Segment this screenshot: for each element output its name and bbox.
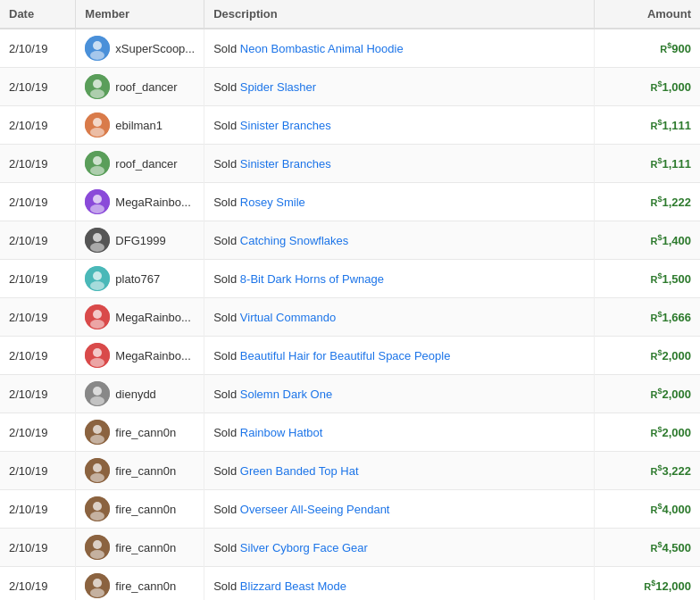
- svg-point-32: [90, 435, 104, 444]
- header-date: Date: [0, 0, 76, 29]
- amount-value: R$1,222: [650, 196, 691, 209]
- avatar: [85, 74, 110, 99]
- cell-amount: R$4,000: [594, 490, 700, 529]
- avatar: [85, 36, 110, 61]
- svg-point-31: [93, 425, 102, 434]
- sold-label: Sold: [213, 80, 240, 94]
- amount-value: R$4,000: [650, 503, 691, 516]
- item-link[interactable]: Rosey Smile: [240, 196, 305, 209]
- svg-point-37: [93, 502, 102, 511]
- cell-description: Sold Neon Bombastic Animal Hoodie: [204, 29, 595, 68]
- avatar: [85, 112, 110, 138]
- item-link[interactable]: Blizzard Beast Mode: [240, 579, 346, 593]
- table-row: 2/10/19 fire_cann0nSold Rainbow HatbotR$…: [0, 413, 700, 452]
- svg-point-35: [90, 473, 104, 482]
- table-row: 2/10/19 xSuperScoop...Sold Neon Bombasti…: [0, 29, 700, 68]
- table-row: 2/10/19 fire_cann0nSold Overseer All-See…: [0, 490, 700, 529]
- cell-description: Sold Sinister Branches: [204, 106, 595, 145]
- svg-point-20: [90, 281, 104, 290]
- sold-label: Sold: [213, 541, 240, 554]
- item-link[interactable]: Silver Cyborg Face Gear: [240, 541, 368, 554]
- cell-amount: R$1,500: [594, 260, 700, 298]
- avatar: [85, 573, 110, 598]
- sold-label: Sold: [213, 119, 240, 132]
- amount-value: R$1,400: [650, 234, 691, 247]
- cell-member: fire_cann0n: [76, 490, 204, 529]
- cell-amount: R$1,111: [594, 106, 700, 145]
- svg-point-19: [93, 271, 102, 280]
- cell-description: Sold Solemn Dark One: [204, 375, 595, 413]
- cell-description: Sold Virtual Commando: [204, 298, 595, 337]
- table-row: 2/10/19 fire_cann0nSold Green Banded Top…: [0, 452, 700, 490]
- item-link[interactable]: Spider Slasher: [240, 80, 316, 94]
- cell-description: Sold Green Banded Top Hat: [204, 452, 595, 490]
- item-link[interactable]: Green Banded Top Hat: [240, 464, 359, 478]
- item-link[interactable]: Neon Bombastic Animal Hoodie: [240, 42, 404, 55]
- table-row: 2/10/19 plato767Sold 8-Bit Dark Horns of…: [0, 260, 700, 298]
- header-amount: Amount: [594, 0, 700, 29]
- amount-value: R$2,000: [650, 426, 691, 439]
- member-name: roof_dancer: [115, 157, 177, 171]
- svg-point-28: [93, 387, 102, 396]
- cell-member: fire_cann0n: [76, 529, 204, 567]
- avatar: [85, 420, 110, 445]
- member-name: fire_cann0n: [115, 541, 176, 554]
- cell-description: Sold Rosey Smile: [204, 183, 595, 221]
- cell-date: 2/10/19: [0, 221, 76, 260]
- table-row: 2/10/19 dienyddSold Solemn Dark OneR$2,0…: [0, 375, 700, 413]
- sold-label: Sold: [213, 157, 240, 171]
- cell-member: roof_dancer: [76, 145, 204, 183]
- cell-date: 2/10/19: [0, 260, 76, 298]
- item-link[interactable]: Beautiful Hair for Beautiful Space Peopl…: [240, 349, 451, 362]
- item-link[interactable]: Sinister Branches: [240, 119, 331, 132]
- item-link[interactable]: Catching Snowflakes: [240, 234, 348, 247]
- svg-point-16: [93, 233, 102, 242]
- sold-label: Sold: [213, 311, 240, 324]
- avatar: [85, 228, 110, 253]
- svg-point-10: [93, 156, 102, 165]
- amount-value: R$1,500: [650, 272, 691, 286]
- svg-point-4: [93, 79, 102, 88]
- cell-date: 2/10/19: [0, 183, 76, 221]
- item-link[interactable]: Sinister Branches: [240, 157, 331, 171]
- cell-date: 2/10/19: [0, 413, 76, 452]
- item-link[interactable]: Rainbow Hatbot: [240, 426, 323, 439]
- member-name: MegaRainbo...: [115, 196, 191, 209]
- table-row: 2/10/19 DFG1999Sold Catching SnowflakesR…: [0, 221, 700, 260]
- cell-date: 2/10/19: [0, 106, 76, 145]
- sold-label: Sold: [213, 426, 240, 439]
- avatar: [85, 189, 110, 214]
- cell-member: MegaRainbo...: [76, 337, 204, 375]
- member-name: DFG1999: [115, 234, 165, 247]
- cell-description: Sold Overseer All-Seeing Pendant: [204, 490, 595, 529]
- cell-member: roof_dancer: [76, 68, 204, 106]
- transactions-table: Date Member Description Amount 2/10/19 x…: [0, 0, 700, 600]
- item-link[interactable]: 8-Bit Dark Horns of Pwnage: [240, 272, 384, 286]
- cell-member: xSuperScoop...: [76, 29, 204, 68]
- table-row: 2/10/19 ebilman1Sold Sinister BranchesR$…: [0, 106, 700, 145]
- avatar: [85, 343, 110, 368]
- svg-point-38: [90, 512, 104, 521]
- item-link[interactable]: Solemn Dark One: [240, 388, 332, 401]
- cell-description: Sold Sinister Branches: [204, 145, 595, 183]
- sold-label: Sold: [213, 388, 240, 401]
- cell-member: fire_cann0n: [76, 567, 204, 601]
- svg-point-5: [90, 89, 104, 98]
- cell-amount: R$1,400: [594, 221, 700, 260]
- item-link[interactable]: Overseer All-Seeing Pendant: [240, 503, 390, 516]
- amount-value: R$4,500: [650, 541, 691, 554]
- amount-value: R$1,000: [650, 80, 691, 94]
- cell-date: 2/10/19: [0, 567, 76, 601]
- cell-description: Sold Catching Snowflakes: [204, 221, 595, 260]
- svg-point-22: [93, 310, 102, 319]
- item-link[interactable]: Virtual Commando: [240, 311, 336, 324]
- member-name: fire_cann0n: [115, 579, 176, 593]
- member-name: xSuperScoop...: [115, 42, 195, 55]
- svg-point-25: [93, 348, 102, 357]
- cell-member: ebilman1: [76, 106, 204, 145]
- cell-amount: R$2,000: [594, 337, 700, 375]
- svg-point-41: [90, 550, 104, 559]
- svg-point-7: [93, 118, 102, 127]
- svg-point-11: [90, 166, 104, 175]
- cell-amount: R$1,222: [594, 183, 700, 221]
